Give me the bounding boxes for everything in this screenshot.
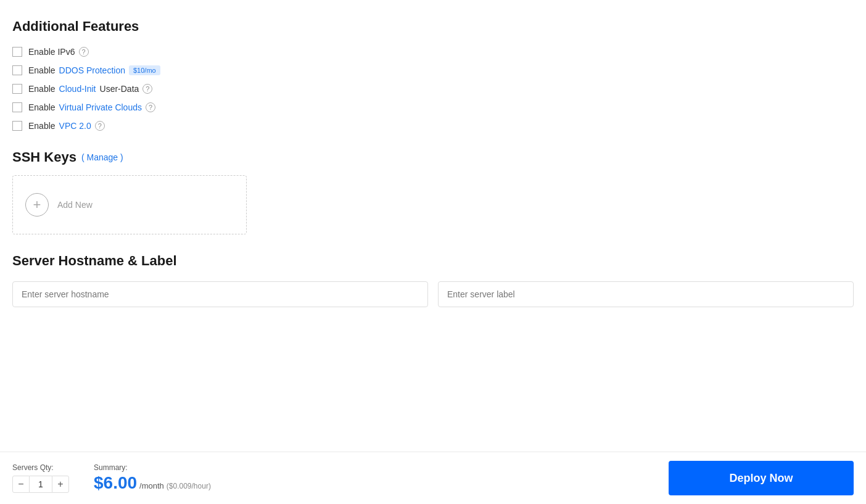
ipv6-label: Enable IPv6 ? [28, 47, 89, 57]
qty-value: 1 [30, 476, 52, 493]
additional-features-section: Additional Features Enable IPv6 ? Enable… [12, 19, 854, 131]
feature-vpc: Enable Virtual Private Clouds ? [12, 102, 854, 112]
additional-features-title: Additional Features [12, 19, 854, 35]
feature-vpc2: Enable VPC 2.0 ? [12, 121, 854, 131]
servers-qty-label: Servers Qty: [12, 463, 69, 472]
ssh-keys-title: SSH Keys ( Manage ) [12, 149, 854, 165]
summary-price: $6.00 /month ($0.009/hour) [94, 473, 211, 493]
manage-ssh-link[interactable]: ( Manage ) [81, 152, 123, 162]
hostname-inputs [12, 281, 854, 307]
footer-bar: Servers Qty: − 1 + Summary: $6.00 /month… [0, 452, 866, 504]
ddos-label: Enable DDOS Protection $10/mo [28, 65, 160, 75]
add-new-ssh-box[interactable]: + Add New [12, 175, 247, 234]
price-period: /month [139, 481, 164, 490]
vpc2-checkbox[interactable] [12, 121, 22, 131]
feature-ipv6: Enable IPv6 ? [12, 47, 854, 57]
vpc-checkbox[interactable] [12, 102, 22, 112]
feature-ddos: Enable DDOS Protection $10/mo [12, 65, 854, 75]
vpc2-label: Enable VPC 2.0 ? [28, 121, 105, 131]
hostname-title: Server Hostname & Label [12, 253, 854, 269]
qty-plus-button[interactable]: + [52, 476, 69, 493]
ddos-checkbox[interactable] [12, 65, 22, 75]
summary-section: Summary: $6.00 /month ($0.009/hour) [94, 463, 211, 493]
vpc2-link[interactable]: VPC 2.0 [59, 121, 91, 131]
cloudinit-label: Enable Cloud-Init User-Data ? [28, 84, 152, 94]
cloudinit-help-icon[interactable]: ? [142, 84, 152, 94]
ddos-link[interactable]: DDOS Protection [59, 65, 125, 75]
add-new-label: Add New [57, 200, 93, 210]
feature-cloudinit: Enable Cloud-Init User-Data ? [12, 84, 854, 94]
price-amount: $6.00 [94, 473, 137, 493]
servers-qty-section: Servers Qty: − 1 + [12, 463, 69, 493]
summary-label: Summary: [94, 463, 211, 472]
feature-list: Enable IPv6 ? Enable DDOS Protection $10… [12, 47, 854, 131]
ssh-keys-section: SSH Keys ( Manage ) + Add New [12, 149, 854, 234]
vpc2-help-icon[interactable]: ? [95, 121, 105, 131]
price-hourly: ($0.009/hour) [167, 482, 211, 490]
add-new-icon: + [25, 193, 49, 217]
vpc-help-icon[interactable]: ? [146, 102, 155, 112]
hostname-section: Server Hostname & Label [12, 253, 854, 307]
vpc-label: Enable Virtual Private Clouds ? [28, 102, 155, 112]
cloudinit-link[interactable]: Cloud-Init [59, 84, 96, 94]
ipv6-help-icon[interactable]: ? [79, 47, 89, 57]
ddos-price-badge: $10/mo [129, 65, 160, 75]
qty-minus-button[interactable]: − [12, 476, 30, 493]
deploy-now-button[interactable]: Deploy Now [669, 461, 854, 495]
server-hostname-input[interactable] [12, 281, 428, 307]
server-label-input[interactable] [438, 281, 854, 307]
qty-controls: − 1 + [12, 476, 69, 493]
cloudinit-checkbox[interactable] [12, 84, 22, 94]
vpc-link[interactable]: Virtual Private Clouds [59, 102, 142, 112]
ipv6-checkbox[interactable] [12, 47, 22, 57]
